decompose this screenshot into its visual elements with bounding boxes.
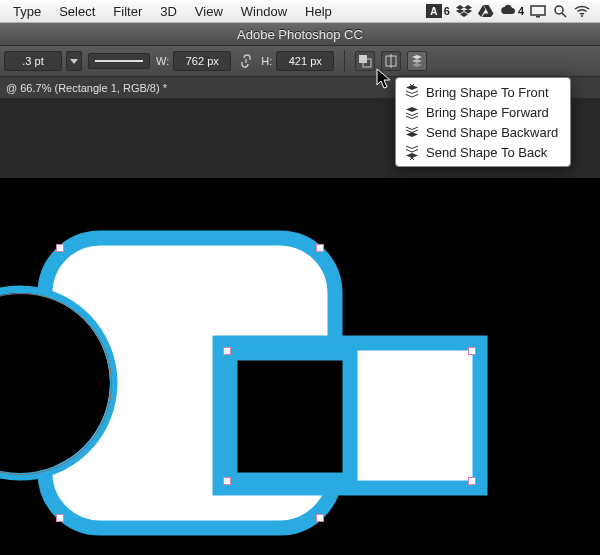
path-operations-icon[interactable] bbox=[355, 51, 375, 71]
spotlight-icon[interactable] bbox=[552, 3, 568, 19]
menu-help[interactable]: Help bbox=[296, 2, 341, 21]
menu-item-label: Bring Shape To Front bbox=[426, 85, 549, 100]
bring-to-front-icon bbox=[404, 84, 420, 100]
anchor-point[interactable] bbox=[223, 347, 231, 355]
anchor-point[interactable] bbox=[468, 347, 476, 355]
svg-rect-1 bbox=[536, 16, 540, 18]
svg-line-3 bbox=[562, 13, 566, 17]
anchor-point[interactable] bbox=[316, 514, 324, 522]
bring-forward-icon bbox=[404, 104, 420, 120]
send-to-back-icon bbox=[404, 144, 420, 160]
width-field[interactable]: 762 px bbox=[173, 51, 231, 71]
cc-badge-count: 4 bbox=[518, 5, 524, 17]
menu-select[interactable]: Select bbox=[50, 2, 104, 21]
menu-bring-forward[interactable]: Bring Shape Forward bbox=[396, 102, 570, 122]
canvas[interactable] bbox=[0, 178, 600, 555]
menu-view[interactable]: View bbox=[186, 2, 232, 21]
menu-send-to-back[interactable]: Send Shape To Back bbox=[396, 142, 570, 162]
send-backward-icon bbox=[404, 124, 420, 140]
path-alignment-icon[interactable] bbox=[381, 51, 401, 71]
stroke-weight-dropdown[interactable] bbox=[66, 51, 82, 71]
creative-cloud-icon[interactable]: 4 bbox=[500, 4, 524, 18]
window-title: Adobe Photoshop CC bbox=[237, 27, 363, 42]
menu-filter[interactable]: Filter bbox=[104, 2, 151, 21]
stroke-style-dropdown[interactable] bbox=[88, 53, 150, 69]
menu-item-label: Send Shape To Back bbox=[426, 145, 547, 160]
window-titlebar: Adobe Photoshop CC bbox=[0, 23, 600, 46]
height-label: H: bbox=[261, 55, 272, 67]
svg-rect-0 bbox=[531, 6, 545, 15]
anchor-point[interactable] bbox=[223, 477, 231, 485]
wifi-icon[interactable] bbox=[574, 3, 590, 19]
height-field[interactable]: 421 px bbox=[276, 51, 334, 71]
anchor-point[interactable] bbox=[56, 514, 64, 522]
menu-window[interactable]: Window bbox=[232, 2, 296, 21]
svg-point-2 bbox=[555, 6, 563, 14]
menu-item-label: Send Shape Backward bbox=[426, 125, 558, 140]
menu-send-backward[interactable]: Send Shape Backward bbox=[396, 122, 570, 142]
menu-bring-to-front[interactable]: Bring Shape To Front bbox=[396, 82, 570, 102]
menubar-tray: A6 4 bbox=[426, 3, 596, 19]
link-dimensions-icon[interactable] bbox=[237, 52, 255, 70]
mac-menubar: Type Select Filter 3D View Window Help A… bbox=[0, 0, 600, 23]
svg-point-4 bbox=[581, 15, 583, 17]
options-bar: .3 pt W: 762 px H: 421 px bbox=[0, 46, 600, 77]
adobe-updater-count: 6 bbox=[444, 5, 450, 17]
google-drive-icon[interactable] bbox=[478, 3, 494, 19]
display-icon[interactable] bbox=[530, 3, 546, 19]
adobe-updater-icon[interactable]: A6 bbox=[426, 4, 450, 18]
vector-shape[interactable] bbox=[0, 223, 480, 543]
anchor-point[interactable] bbox=[316, 244, 324, 252]
width-label: W: bbox=[156, 55, 169, 67]
arrange-dropdown-menu: Bring Shape To Front Bring Shape Forward… bbox=[395, 77, 571, 167]
anchor-point[interactable] bbox=[56, 244, 64, 252]
menu-type[interactable]: Type bbox=[4, 2, 50, 21]
menu-item-label: Bring Shape Forward bbox=[426, 105, 549, 120]
dropbox-icon[interactable] bbox=[456, 3, 472, 19]
stroke-weight-field[interactable]: .3 pt bbox=[4, 51, 62, 71]
photoshop-window: Adobe Photoshop CC .3 pt W: 762 px H: 42… bbox=[0, 23, 600, 555]
anchor-point[interactable] bbox=[468, 477, 476, 485]
menu-3d[interactable]: 3D bbox=[151, 2, 186, 21]
path-arrangement-icon[interactable] bbox=[407, 51, 427, 71]
document-tab[interactable]: @ 66.7% (Rectangle 1, RGB/8) * bbox=[6, 82, 167, 94]
